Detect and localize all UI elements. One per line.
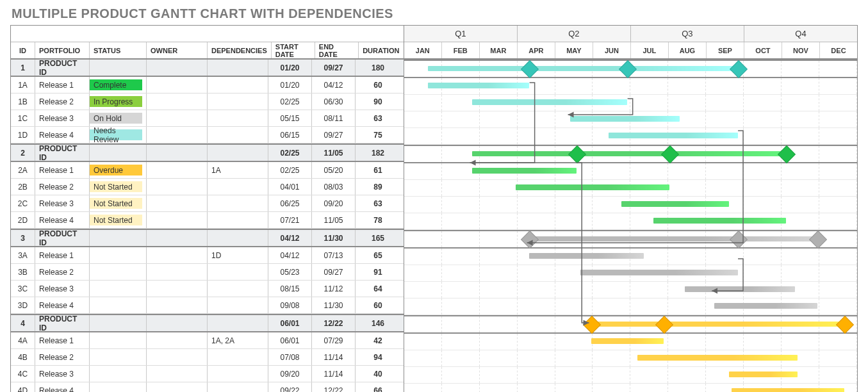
timeline: Q1Q2Q3Q4 JANFEBMARAPRMAYJUNJULAUGSEPOCTN… bbox=[404, 26, 857, 392]
timeline-row bbox=[404, 367, 857, 384]
quarter-cell: Q1 bbox=[404, 26, 518, 42]
month-cell: JUN bbox=[593, 42, 631, 58]
table-row[interactable]: 2BRelease 2Not Started04/0108/0389 bbox=[11, 179, 404, 195]
month-header: JANFEBMARAPRMAYJUNJULAUGSEPOCTNOVDEC bbox=[404, 42, 857, 60]
column-headers: ID PORTFOLIO STATUS OWNER DEPENDENCIES S… bbox=[11, 42, 404, 60]
table-row[interactable]: 3CRelease 308/1511/1264 bbox=[11, 281, 404, 297]
table-row[interactable]: 2DRelease 4Not Started07/2111/0578 bbox=[11, 212, 404, 229]
col-duration: DURATION bbox=[359, 42, 404, 58]
timeline-row bbox=[404, 350, 857, 367]
timeline-row bbox=[404, 315, 857, 334]
table-row[interactable]: 3DRelease 409/0811/3060 bbox=[11, 297, 404, 314]
task-bar[interactable] bbox=[529, 253, 643, 259]
task-bar[interactable] bbox=[609, 133, 737, 138]
group-bar[interactable] bbox=[591, 322, 844, 327]
table-row[interactable]: 1ARelease 1Complete01/2004/1260 bbox=[11, 77, 404, 94]
timeline-row bbox=[404, 163, 857, 180]
gantt-grid: ID PORTFOLIO STATUS OWNER DEPENDENCIES S… bbox=[10, 25, 858, 392]
quarter-cell: Q4 bbox=[744, 26, 857, 42]
table-row[interactable]: 2PRODUCT ID02/2511/05182 bbox=[11, 143, 404, 162]
timeline-row bbox=[404, 282, 857, 298]
table-row[interactable]: 4CRelease 309/2011/1440 bbox=[11, 366, 404, 382]
timeline-row bbox=[404, 78, 857, 95]
task-bar[interactable] bbox=[685, 286, 795, 292]
task-bar[interactable] bbox=[621, 201, 730, 207]
timeline-row bbox=[404, 128, 857, 145]
data-table: ID PORTFOLIO STATUS OWNER DEPENDENCIES S… bbox=[11, 26, 404, 392]
month-cell: JUL bbox=[631, 42, 669, 58]
group-bar[interactable] bbox=[428, 66, 738, 71]
table-row[interactable]: 2CRelease 3Not Started06/2509/2063 bbox=[11, 195, 404, 212]
timeline-row bbox=[404, 334, 857, 350]
month-cell: MAR bbox=[480, 42, 518, 58]
table-row[interactable]: 3PRODUCT ID04/1211/30165 bbox=[11, 229, 404, 247]
table-row[interactable]: 4BRelease 207/0811/1494 bbox=[11, 349, 404, 366]
quarter-cell: Q2 bbox=[518, 26, 631, 42]
col-id: ID bbox=[11, 42, 35, 58]
timeline-row bbox=[404, 145, 857, 163]
month-cell: AUG bbox=[669, 42, 707, 58]
col-dependencies: DEPENDENCIES bbox=[208, 42, 272, 58]
col-owner: OWNER bbox=[147, 42, 208, 58]
timeline-row bbox=[404, 249, 857, 265]
timeline-row bbox=[404, 180, 857, 197]
month-cell: DEC bbox=[820, 42, 857, 58]
month-cell: FEB bbox=[442, 42, 480, 58]
task-bar[interactable] bbox=[516, 184, 669, 190]
group-bar[interactable] bbox=[472, 151, 786, 156]
task-bar[interactable] bbox=[472, 168, 577, 174]
table-row[interactable]: 1PRODUCT ID01/2009/27180 bbox=[11, 60, 404, 77]
page-title: MULTIPLE PRODUCT GANTT CHART WITH DEPEND… bbox=[12, 6, 858, 21]
col-status: STATUS bbox=[90, 42, 147, 58]
task-bar[interactable] bbox=[428, 83, 530, 88]
month-cell: JAN bbox=[404, 42, 442, 58]
group-bar[interactable] bbox=[529, 236, 817, 241]
table-row[interactable]: 2ARelease 1Overdue1A02/2505/2061 bbox=[11, 162, 404, 179]
task-bar[interactable] bbox=[714, 303, 817, 309]
timeline-row bbox=[404, 60, 857, 78]
task-bar[interactable] bbox=[729, 372, 798, 377]
timeline-row bbox=[404, 230, 857, 249]
task-bar[interactable] bbox=[570, 116, 679, 122]
task-bar[interactable] bbox=[653, 218, 786, 224]
col-start: START DATE bbox=[272, 42, 315, 58]
month-cell: NOV bbox=[782, 42, 820, 58]
timeline-row bbox=[404, 265, 857, 282]
table-row[interactable]: 1CRelease 3On Hold05/1508/1163 bbox=[11, 110, 404, 127]
table-row[interactable]: 4PRODUCT ID06/0112/22146 bbox=[11, 314, 404, 332]
timeline-row bbox=[404, 384, 857, 392]
task-bar[interactable] bbox=[472, 99, 627, 105]
table-row[interactable]: 1DRelease 4Needs Review06/1509/2775 bbox=[11, 127, 404, 143]
task-bar[interactable] bbox=[637, 355, 798, 361]
col-end: END DATE bbox=[315, 42, 359, 58]
month-cell: MAY bbox=[555, 42, 593, 58]
timeline-row bbox=[404, 95, 857, 111]
timeline-row bbox=[404, 213, 857, 230]
task-bar[interactable] bbox=[580, 270, 738, 275]
timeline-row bbox=[404, 197, 857, 213]
table-row[interactable]: 4ARelease 11A, 2A06/0107/2942 bbox=[11, 332, 404, 349]
quarter-header: Q1Q2Q3Q4 bbox=[404, 26, 857, 42]
month-cell: SEP bbox=[707, 42, 744, 58]
quarter-cell: Q3 bbox=[631, 26, 744, 42]
table-row[interactable]: 3ARelease 11D04/1207/1365 bbox=[11, 247, 404, 264]
task-bar[interactable] bbox=[591, 338, 663, 344]
col-portfolio: PORTFOLIO bbox=[35, 42, 90, 58]
task-bar[interactable] bbox=[732, 388, 844, 392]
month-cell: APR bbox=[518, 42, 555, 58]
table-row[interactable]: 3BRelease 205/2309/2791 bbox=[11, 264, 404, 281]
table-row[interactable]: 1BRelease 2In Progress02/2506/3090 bbox=[11, 94, 404, 110]
timeline-row bbox=[404, 111, 857, 128]
timeline-row bbox=[404, 298, 857, 315]
table-row[interactable]: 4DRelease 409/2212/2266 bbox=[11, 382, 404, 392]
month-cell: OCT bbox=[744, 42, 782, 58]
